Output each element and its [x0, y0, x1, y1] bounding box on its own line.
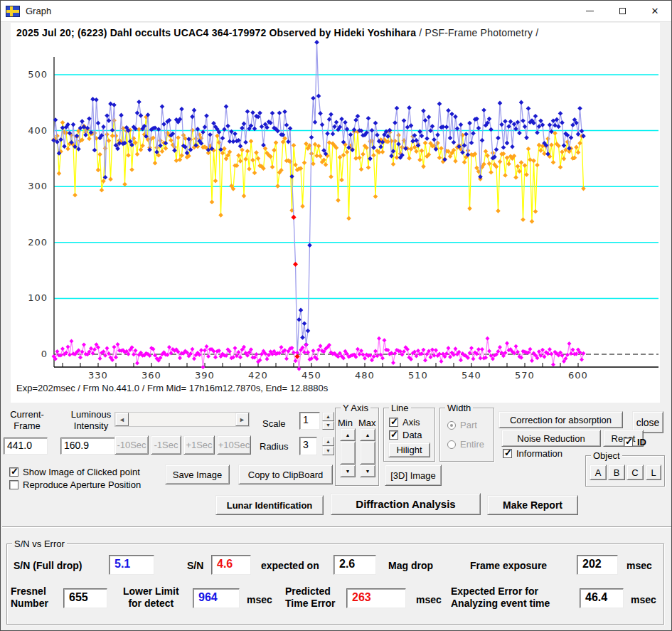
scale-input[interactable]: 1 — [299, 412, 320, 430]
expected-on-label: expected on — [261, 560, 319, 571]
current-frame-label: Current-Frame — [6, 409, 48, 432]
svg-text:330: 330 — [88, 370, 108, 381]
radius-label: Radius — [260, 441, 288, 452]
minimize-button[interactable] — [573, 1, 606, 22]
chart-area: 2025 Jul 20; (6223) Dahl occults UCAC4 3… — [11, 23, 660, 403]
svg-text:420: 420 — [248, 370, 268, 381]
window-title: Graph — [26, 6, 51, 16]
y-max-up-button[interactable]: ▲ — [360, 428, 375, 441]
predicted-time-error-unit: msec — [416, 594, 442, 605]
width-group-caption: Width — [445, 403, 473, 413]
svg-text:500: 500 — [28, 69, 48, 80]
svg-text:600: 600 — [568, 370, 588, 381]
hilight-button[interactable]: Hilight — [388, 442, 430, 457]
minimize-icon — [586, 11, 594, 11]
noise-reduction-button[interactable]: Noise Reduction — [501, 430, 601, 447]
correction-absorption-button[interactable]: Correction for absorption — [498, 411, 623, 428]
app-icon — [6, 6, 20, 17]
scroll-right-button[interactable]: ► — [235, 413, 249, 426]
axis-checkbox[interactable]: Axis — [389, 417, 420, 428]
reproduce-aperture-checkbox-box — [9, 480, 18, 489]
minus-1sec-button[interactable]: -1Sec — [151, 435, 181, 455]
part-radio-label: Part — [460, 420, 477, 430]
predicted-time-error-value: 263 — [346, 588, 406, 608]
part-radio-circle — [447, 421, 456, 430]
predicted-time-error-label: PredictedTime Error — [285, 585, 336, 610]
maximize-button[interactable] — [606, 1, 639, 22]
chart-title-main: 2025 Jul 20; (6223) Dahl occults UCAC4 3… — [16, 27, 416, 38]
save-image-button[interactable]: Save Image — [165, 465, 230, 484]
y-max-slot[interactable] — [360, 441, 375, 465]
chart-title: 2025 Jul 20; (6223) Dahl occults UCAC4 3… — [16, 27, 538, 38]
sn-full-drop-value: 5.1 — [109, 555, 154, 575]
photometry-plot[interactable]: 3303603904204504805105405706000100200300… — [11, 38, 660, 387]
object-a-button[interactable]: A — [590, 465, 607, 480]
information-checkbox-label: Information — [516, 448, 562, 459]
scroll-left-button[interactable]: ◄ — [115, 413, 129, 426]
fresnel-number-label: FresnelNumber — [11, 585, 48, 610]
expected-error-unit: msec — [631, 594, 656, 605]
mag-drop-label: Mag drop — [388, 560, 433, 571]
plus-10sec-button[interactable]: +10Sec — [217, 435, 251, 455]
svg-text:400: 400 — [28, 125, 48, 136]
svg-text:480: 480 — [355, 370, 375, 381]
minus-10sec-button[interactable]: -10Sec — [114, 435, 149, 455]
sn-full-drop-label: S/N (Full drop) — [14, 560, 82, 571]
svg-text:0: 0 — [41, 349, 48, 359]
information-checkbox-box — [503, 449, 512, 458]
copy-clipboard-button[interactable]: Copy to ClipBoard — [238, 465, 333, 484]
fresnel-number-value: 655 — [63, 588, 107, 608]
y-axis-min-label: Min — [338, 418, 353, 428]
object-c-button[interactable]: C — [626, 465, 644, 480]
snr-panel-caption: S/N vs Error — [12, 539, 67, 549]
id-checkbox[interactable]: ID — [624, 437, 646, 447]
show-image-checkbox[interactable]: Show Image of Clicked point — [9, 467, 140, 477]
panel-divider — [2, 526, 671, 528]
expected-error-value: 46.4 — [580, 588, 624, 608]
expected-error-label: Expected Error forAnalyzing event time — [451, 585, 550, 610]
scale-down-button[interactable]: ▼ — [322, 421, 334, 430]
width-group: Width — [439, 408, 494, 462]
reproduce-aperture-checkbox[interactable]: Reproduce Aperture Position — [9, 479, 141, 490]
object-l-button[interactable]: L — [646, 465, 661, 480]
current-frame-input[interactable]: 441.0 — [4, 438, 48, 455]
luminous-intensity-input[interactable]: 160.9 — [60, 438, 117, 455]
svg-text:540: 540 — [462, 370, 481, 381]
show-image-checkbox-label: Show Image of Clicked point — [23, 467, 140, 477]
information-checkbox[interactable]: Information — [503, 448, 562, 459]
svg-text:100: 100 — [28, 292, 48, 303]
frame-exposure-label: Frame exposure — [470, 560, 547, 571]
data-checkbox[interactable]: Data — [389, 430, 422, 440]
id-checkbox-label: ID — [637, 437, 646, 447]
titlebar: Graph ✕ — [1, 1, 671, 22]
lunar-identification-button[interactable]: Lunar Identification — [215, 495, 324, 515]
window-close-button[interactable]: ✕ — [639, 1, 671, 22]
y-min-up-button[interactable]: ▲ — [340, 428, 356, 441]
object-b-button[interactable]: B — [608, 465, 625, 480]
chart-title-method: / PSF-Frame Photometry / — [416, 27, 538, 38]
data-checkbox-label: Data — [402, 430, 422, 440]
y-max-down-button[interactable]: ▼ — [360, 465, 375, 477]
y-min-down-button[interactable]: ▼ — [340, 465, 356, 477]
radius-down-button[interactable]: ▼ — [322, 446, 334, 455]
radius-up-button[interactable]: ▲ — [322, 437, 334, 446]
width-entire-radio[interactable]: Entire — [447, 439, 484, 450]
make-report-button[interactable]: Make Report — [487, 495, 578, 515]
diffraction-analysis-button[interactable]: Diffraction Analysis — [331, 493, 481, 515]
svg-text:450: 450 — [302, 370, 321, 381]
radius-input[interactable]: 3 — [299, 437, 317, 455]
image-3d-button[interactable]: [3D] Image — [385, 465, 442, 486]
frame-exposure-value: 202 — [577, 555, 618, 575]
svg-text:510: 510 — [408, 370, 428, 381]
radius-spinner: ▲ ▼ — [322, 437, 334, 455]
scale-up-button[interactable]: ▲ — [322, 412, 334, 421]
axis-checkbox-box — [389, 418, 398, 427]
width-part-radio[interactable]: Part — [447, 420, 477, 430]
y-min-slot[interactable] — [340, 441, 356, 465]
close-icon: ✕ — [651, 6, 659, 16]
frame-exposure-unit: msec — [626, 560, 652, 571]
axis-checkbox-label: Axis — [402, 417, 420, 428]
frame-scrollbar[interactable]: ◄ ► — [114, 412, 250, 427]
reproduce-aperture-checkbox-label: Reproduce Aperture Position — [23, 479, 141, 490]
plus-1sec-button[interactable]: +1Sec — [183, 435, 215, 455]
